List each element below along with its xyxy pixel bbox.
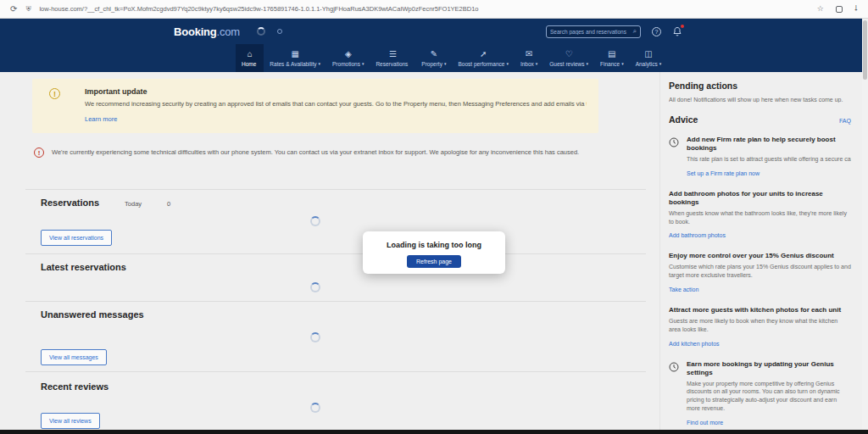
unanswered-messages-title: Unanswered messages bbox=[41, 309, 144, 320]
reservations-filter[interactable]: Today bbox=[125, 200, 142, 208]
refresh-page-button[interactable]: Refresh page bbox=[407, 255, 461, 268]
home-icon: ⌂ bbox=[248, 50, 253, 58]
download-icon[interactable]: ⭣ bbox=[854, 5, 858, 13]
modal-title: Loading is taking too long bbox=[363, 241, 505, 249]
scrollbar-thumb[interactable] bbox=[863, 20, 867, 80]
tag-icon: ◈ bbox=[345, 50, 352, 58]
view-all-messages-button[interactable]: View all messages bbox=[41, 349, 107, 365]
warning-icon: ! bbox=[49, 88, 60, 99]
nav-tab-reservations[interactable]: ☰ Reservations bbox=[370, 44, 415, 72]
rocket-icon: ➚ bbox=[480, 50, 487, 58]
advice-item-bathroom-photos: Add bathroom photos for your units to in… bbox=[669, 190, 851, 242]
advice-item-title: Add new Firm rate plan to help securely … bbox=[687, 136, 851, 153]
banner-body: We recommend increasing security by crea… bbox=[85, 100, 587, 108]
advice-header: Advice FAQ bbox=[669, 114, 851, 125]
messages-loading-spinner bbox=[310, 332, 320, 342]
latest-reservations-title: Latest reservations bbox=[41, 262, 126, 272]
advice-title: Advice bbox=[669, 114, 698, 125]
clock-icon bbox=[669, 360, 679, 376]
advice-item-title: Earn more bookings by updating your Geni… bbox=[687, 360, 851, 377]
advice-item-body: Make your property more competitive by o… bbox=[687, 380, 851, 413]
clock-icon bbox=[669, 136, 679, 151]
status-dot-icon bbox=[277, 29, 282, 34]
section-divider bbox=[25, 301, 646, 302]
calendar-icon: ▦ bbox=[291, 50, 298, 58]
reservations-title: Reservations bbox=[41, 198, 99, 208]
view-all-reviews-button[interactable]: View all reviews bbox=[41, 413, 100, 429]
header-search[interactable]: ⌕ bbox=[546, 25, 641, 38]
help-icon[interactable]: ? bbox=[652, 27, 661, 36]
pending-actions-text: All done! Notifications will show up her… bbox=[669, 97, 851, 103]
important-update-banner: ! Important update We recommend increasi… bbox=[32, 79, 598, 133]
search-input[interactable] bbox=[550, 29, 633, 35]
nav-tab-rates-availability[interactable]: ▦ Rates & Availability▾ bbox=[264, 44, 326, 72]
nav-tab-home[interactable]: ⌂ Home bbox=[236, 44, 264, 72]
bottom-edge-bar bbox=[0, 430, 868, 434]
main-nav: ⌂ Home ▦ Rates & Availability▾ ◈ Promoti… bbox=[0, 44, 868, 72]
advice-item-link[interactable]: Find out more bbox=[687, 420, 723, 426]
reservations-count: 0 bbox=[167, 200, 170, 208]
advice-faq-link[interactable]: FAQ bbox=[839, 118, 851, 124]
unanswered-messages-section-header: Unanswered messages bbox=[41, 309, 144, 320]
learn-more-link[interactable]: Learn more bbox=[85, 115, 117, 123]
header-loading-spinner bbox=[257, 27, 265, 36]
sidebar: Pending actions All done! Notifications … bbox=[659, 72, 856, 430]
site-settings-icon[interactable]: ⛨ bbox=[25, 6, 31, 13]
url-bar[interactable]: low-house.com/?__cf_chl_tk=PoX.Mofm2cgdv… bbox=[39, 5, 808, 13]
reservations-loading-spinner bbox=[310, 216, 320, 226]
nav-tab-finance[interactable]: ▤ Finance▾ bbox=[594, 44, 630, 72]
advice-item-body: When guests know what the bathroom looks… bbox=[669, 209, 851, 226]
notifications-bell-icon[interactable] bbox=[672, 26, 682, 36]
notification-badge bbox=[681, 25, 684, 28]
browser-chrome: ⟳ ⛨ low-house.com/?__cf_chl_tk=PoX.Mofm2… bbox=[0, 0, 868, 19]
main-content: ! Important update We recommend increasi… bbox=[25, 72, 646, 434]
view-all-reservations-button[interactable]: View all reservations bbox=[41, 230, 112, 246]
banner-title: Important update bbox=[85, 87, 587, 96]
page-scrollbar[interactable] bbox=[862, 19, 868, 434]
heart-icon: ♡ bbox=[565, 50, 573, 58]
advice-item-genius-settings: Earn more bookings by updating your Geni… bbox=[669, 360, 851, 428]
search-icon: ⌕ bbox=[633, 28, 637, 35]
loading-timeout-modal: Loading is taking too long Refresh page bbox=[363, 231, 505, 274]
nav-tab-boost-performance[interactable]: ➚ Boost performance▾ bbox=[452, 44, 514, 72]
advice-item-body: Guests are more likely to book when they… bbox=[669, 317, 851, 334]
nav-tab-promotions[interactable]: ◈ Promotions▾ bbox=[326, 44, 370, 72]
nav-tab-inbox[interactable]: ✉ Inbox▾ bbox=[515, 44, 543, 72]
phone-alert-text: We're currently experiencing some techni… bbox=[52, 147, 579, 157]
bookmark-star-icon[interactable]: ☆ bbox=[817, 5, 824, 13]
latest-reservations-loading-spinner bbox=[310, 282, 320, 292]
reservations-section-header: Reservations Today 0 bbox=[41, 198, 170, 208]
nav-tab-guest-reviews[interactable]: ♡ Guest reviews▾ bbox=[543, 44, 594, 72]
section-divider bbox=[25, 371, 646, 372]
reload-icon[interactable]: ⟳ bbox=[10, 5, 17, 14]
chart-icon: ◫ bbox=[644, 50, 652, 58]
advice-item-body: This rate plan is set to attract guests … bbox=[687, 155, 851, 164]
pending-actions-title: Pending actions bbox=[669, 81, 851, 91]
section-divider bbox=[25, 189, 646, 190]
document-icon: ▤ bbox=[608, 50, 615, 58]
error-icon: ! bbox=[34, 147, 44, 158]
advice-item-kitchen-photos: Attract more guests with kitchen photos … bbox=[669, 306, 851, 349]
nav-tab-property[interactable]: ✎ Property▾ bbox=[415, 44, 452, 72]
nav-tab-analytics[interactable]: ◫ Analytics▾ bbox=[630, 44, 668, 72]
advice-item-link[interactable]: Add bathroom photos bbox=[669, 232, 726, 238]
advice-item-title: Attract more guests with kitchen photos … bbox=[669, 306, 851, 314]
booking-logo[interactable]: Booking.com bbox=[174, 25, 240, 38]
advice-item-firm-rate-plan: Add new Firm rate plan to help securely … bbox=[669, 136, 851, 179]
pencil-icon: ✎ bbox=[431, 50, 437, 58]
advice-item-link[interactable]: Add kitchen photos bbox=[669, 341, 720, 347]
advice-item-title: Enjoy more control over your 15% Genius … bbox=[669, 252, 851, 260]
section-divider bbox=[25, 253, 646, 254]
advice-item-title: Add bathroom photos for your units to in… bbox=[669, 190, 851, 207]
advice-item-genius-discount: Enjoy more control over your 15% Genius … bbox=[669, 252, 851, 295]
list-icon: ☰ bbox=[389, 50, 397, 58]
recent-reviews-section-header: Recent reviews bbox=[41, 381, 108, 392]
phone-system-alert: ! We're currently experiencing some tech… bbox=[34, 147, 600, 158]
advice-item-link[interactable]: Set up a Firm rate plan now bbox=[687, 170, 760, 176]
reviews-loading-spinner bbox=[310, 403, 320, 413]
browser-mode-icon[interactable] bbox=[836, 6, 843, 13]
envelope-icon: ✉ bbox=[526, 50, 532, 58]
recent-reviews-title: Recent reviews bbox=[41, 381, 108, 392]
header-row: Booking.com ⌕ ? bbox=[0, 19, 868, 44]
advice-item-link[interactable]: Take action bbox=[669, 287, 698, 292]
